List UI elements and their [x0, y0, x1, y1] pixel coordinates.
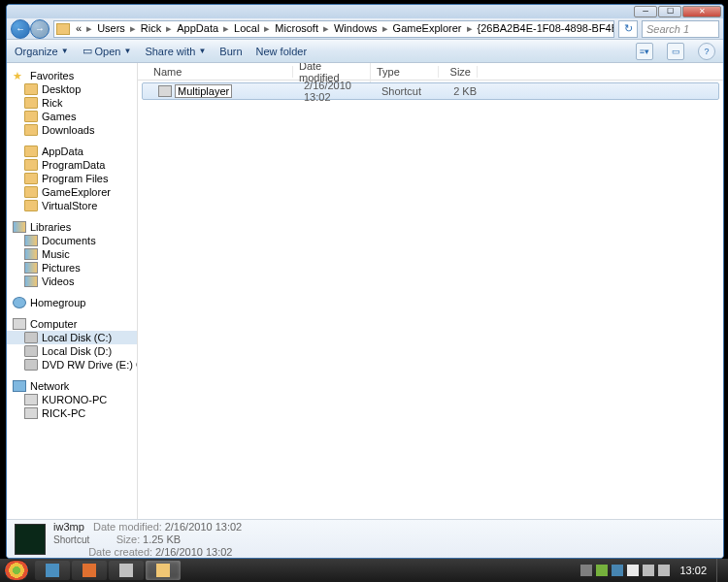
explorer-window: ─ ☐ ✕ ← → «▸Users▸Rick▸AppData▸Local▸Mic… [6, 4, 724, 559]
task-app1[interactable] [35, 561, 70, 580]
forward-button[interactable]: → [30, 19, 50, 39]
breadcrumb-item[interactable]: Local [230, 22, 263, 34]
shortcut-icon [158, 85, 172, 97]
tray-flag-icon[interactable] [627, 565, 639, 576]
file-row[interactable]: Multiplayer2/16/2010 13:02Shortcut2 KB [142, 82, 719, 100]
nav-item[interactable]: Downloads [7, 123, 137, 137]
breadcrumb-item[interactable]: Users [93, 22, 129, 34]
nav-item[interactable]: DVD RW Drive (E:) GTA IV Disc 1 [7, 358, 137, 372]
search-input[interactable]: Search 1 [642, 20, 719, 38]
nav-item[interactable]: Local Disk (C:) [7, 331, 137, 344]
nav-item[interactable]: Videos [7, 275, 137, 288]
breadcrumb-item[interactable]: Windows [330, 22, 381, 34]
breadcrumb-item[interactable]: GameExplorer [389, 22, 466, 34]
address-bar: ← → «▸Users▸Rick▸AppData▸Local▸Microsoft… [7, 18, 723, 40]
col-size[interactable]: Size [439, 66, 478, 78]
show-desktop-button[interactable] [716, 559, 724, 582]
folder-icon [24, 146, 38, 157]
col-name[interactable]: Name [148, 66, 293, 78]
nav-item[interactable]: Local Disk (D:) [7, 344, 137, 358]
nav-item[interactable]: Program Files [7, 172, 137, 185]
help-button[interactable]: ? [698, 43, 715, 60]
nav-item[interactable]: VirtualStore [7, 199, 137, 212]
folder-icon [24, 248, 38, 260]
minimize-button[interactable]: ─ [634, 6, 657, 17]
refresh-button[interactable]: ↻ [618, 20, 638, 38]
folder-icon [24, 332, 38, 343]
taskbar: 13:02 [0, 559, 728, 582]
nav-favorites[interactable]: ★Favorites [7, 69, 137, 82]
view-button[interactable]: ≡▾ [636, 43, 653, 60]
nav-homegroup[interactable]: Homegroup [7, 296, 137, 309]
tray-icon[interactable] [612, 565, 623, 576]
details-type: Shortcut [53, 534, 89, 545]
breadcrumb[interactable]: «▸Users▸Rick▸AppData▸Local▸Microsoft▸Win… [53, 20, 614, 38]
nav-item[interactable]: AppData [7, 145, 137, 158]
toolbar: Organize ▼ ▭ Open ▼ Share with ▼ Burn Ne… [7, 40, 723, 63]
titlebar: ─ ☐ ✕ [7, 5, 723, 18]
back-button[interactable]: ← [11, 19, 30, 39]
breadcrumb-item[interactable]: {26BA2B4E-1F08-4898-BF4B-AE65FF07B0D8} [474, 22, 614, 34]
clock[interactable]: 13:02 [674, 565, 712, 576]
folder-icon [24, 186, 38, 198]
breadcrumb-item[interactable]: Rick [137, 22, 165, 34]
folder-icon [24, 275, 38, 287]
breadcrumb-item[interactable]: Microsoft [271, 22, 322, 34]
folder-icon [24, 407, 38, 419]
nav-item[interactable]: Games [7, 110, 137, 123]
details-name: iw3mp [53, 521, 84, 533]
start-button[interactable] [4, 560, 29, 581]
newfolder-button[interactable]: New folder [256, 46, 308, 57]
preview-button[interactable]: ▭ [667, 43, 684, 60]
details-thumbnail [15, 524, 46, 555]
maximize-button[interactable]: ☐ [658, 6, 681, 17]
open-button[interactable]: ▭ Open ▼ [83, 45, 132, 57]
tray-icon[interactable] [596, 565, 608, 576]
tray-network-icon[interactable] [643, 565, 654, 576]
tray-icon[interactable] [580, 565, 592, 576]
details-pane: iw3mp Date modified: 2/16/2010 13:02 Sho… [7, 519, 723, 558]
folder-icon [24, 159, 38, 171]
nav-item[interactable]: ProgramData [7, 158, 137, 172]
folder-icon [24, 83, 38, 95]
system-tray: 13:02 [580, 559, 724, 582]
organize-button[interactable]: Organize ▼ [15, 46, 69, 57]
nav-item[interactable]: Rick [7, 96, 137, 110]
task-app2[interactable] [72, 561, 107, 580]
breadcrumb-item[interactable]: « [72, 22, 85, 34]
folder-icon [24, 124, 38, 136]
nav-item[interactable]: KURONO-PC [7, 393, 137, 406]
nav-item[interactable]: Desktop [7, 82, 137, 96]
share-button[interactable]: Share with ▼ [145, 46, 206, 57]
tray-volume-icon[interactable] [658, 565, 670, 576]
nav-item[interactable]: Music [7, 247, 137, 261]
column-headers: Name Date modified Type Size [138, 63, 723, 81]
folder-icon [24, 111, 38, 122]
folder-icon [24, 173, 38, 184]
task-app3[interactable] [109, 561, 144, 580]
nav-item[interactable]: RICK-PC [7, 406, 137, 420]
folder-icon [24, 235, 38, 246]
nav-pane: ★Favorites DesktopRickGamesDownloads App… [7, 63, 138, 519]
nav-libraries[interactable]: Libraries [7, 220, 137, 234]
folder-icon [24, 359, 38, 371]
folder-icon [24, 394, 38, 405]
folder-icon [24, 262, 38, 274]
nav-item[interactable]: GameExplorer [7, 185, 137, 199]
col-type[interactable]: Type [371, 66, 439, 78]
file-list: Name Date modified Type Size Multiplayer… [138, 63, 723, 519]
folder-icon [24, 345, 38, 357]
folder-icon [24, 200, 38, 211]
breadcrumb-item[interactable]: AppData [173, 22, 222, 34]
folder-icon [24, 97, 38, 109]
nav-item[interactable]: Documents [7, 234, 137, 247]
task-explorer[interactable] [146, 561, 181, 580]
burn-button[interactable]: Burn [219, 46, 242, 57]
file-name[interactable]: Multiplayer [175, 84, 232, 98]
nav-item[interactable]: Pictures [7, 261, 137, 275]
folder-icon [56, 23, 70, 35]
nav-network[interactable]: Network [7, 379, 137, 393]
close-button[interactable]: ✕ [682, 6, 721, 17]
nav-computer[interactable]: Computer [7, 317, 137, 331]
